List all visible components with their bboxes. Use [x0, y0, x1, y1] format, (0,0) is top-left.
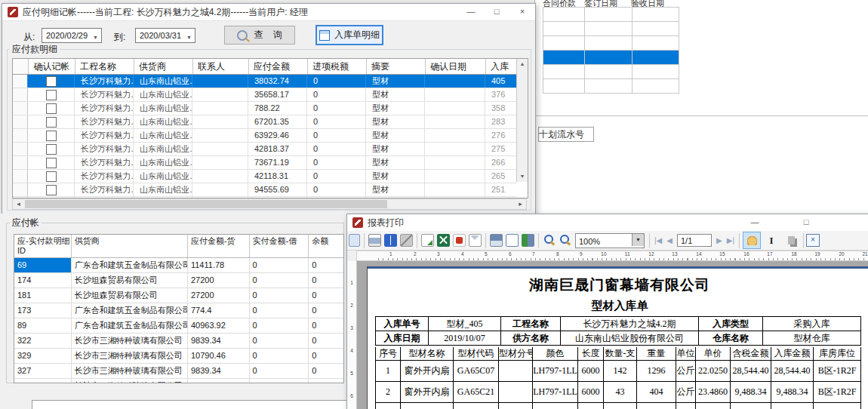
column-header[interactable]: 应-实付款明细ID	[14, 235, 72, 257]
column-header[interactable]: 应付金额	[249, 59, 308, 74]
to-date-combobox[interactable]: 2020/03/31 ▼	[135, 28, 195, 43]
titlebar[interactable]: 应付明细记帐------当前工程: 长沙万科魅力之城4.2期------当前用户…	[2, 4, 535, 21]
zoom-out-icon[interactable]	[559, 234, 571, 247]
inbound-no-cell: 283	[485, 115, 517, 128]
zoom-in-icon[interactable]	[543, 234, 556, 247]
table-row[interactable]	[543, 8, 679, 22]
confirm-checkbox[interactable]	[46, 131, 57, 141]
table-row[interactable]: 322 长沙市三湘特种玻璃有限公司 9839.34 0 0	[14, 334, 343, 349]
scrollbar-thumb[interactable]	[25, 200, 387, 208]
close-button[interactable]: ×	[509, 4, 535, 20]
table-row[interactable]: 327 长沙市三湘特种玻璃有限公司 9839.34 0 0	[14, 364, 343, 379]
confirm-checkbox[interactable]	[46, 76, 57, 87]
from-date-combobox[interactable]: 2020/02/29 ▼	[42, 28, 102, 43]
company-name: 湖南巨晟门窗幕墙有限公司	[368, 275, 868, 295]
confirm-checkbox[interactable]	[46, 90, 57, 100]
horizontal-scrollbar[interactable]: ◂ ▸	[12, 198, 527, 210]
table-row[interactable]: 长沙万科魅力… 山东南山铝业… 788.22 0 型材 358	[13, 102, 517, 115]
confirm-checkbox[interactable]	[46, 144, 57, 155]
table-row[interactable]: 长沙万科魅力… 山东南山铝业… 42818.37 0 型材 275	[13, 143, 517, 156]
confirm-checkbox[interactable]	[46, 103, 57, 114]
minimize-button[interactable]: —	[742, 214, 768, 231]
print-icon[interactable]	[368, 234, 381, 247]
prev-page-button[interactable]: ◀	[666, 236, 673, 244]
confirm-checkbox[interactable]	[46, 185, 57, 195]
table-row[interactable]: 长沙万科魅力… 山东南山铝业… 35658.17 0 型材 376	[13, 88, 517, 102]
table-row[interactable]	[543, 22, 679, 36]
scroll-left-icon[interactable]: ◂	[13, 199, 24, 209]
column-header[interactable]: 进项税额	[308, 59, 367, 74]
column-header[interactable]: 应付金额-货	[188, 235, 250, 257]
item-header-row: 序号型材名称型材代码型材分号颜色长度数量-支重量单位单价含税金额入库金额库房库位	[376, 347, 861, 361]
maximize-button[interactable]: □	[793, 214, 819, 231]
sidebar-toggle-icon[interactable]	[349, 234, 360, 247]
column-header[interactable]: 摘要	[367, 59, 426, 74]
copy-page-button[interactable]	[782, 232, 800, 249]
column-header[interactable]: 实付金额-借	[250, 235, 309, 257]
table-row[interactable]: 69 广东合和建筑五金制品有限公司 11411.78 0 0	[14, 258, 343, 273]
column-header[interactable]: 供货商	[134, 59, 193, 74]
text-select-tool-button[interactable]: I	[762, 232, 780, 249]
table-row[interactable]: 长沙万科魅力… 山东南山铝业… 63929.46 0 型材 276	[13, 129, 517, 143]
table-row[interactable]: 181 长沙坦森贸易有限公司 27200 0 0	[14, 288, 343, 303]
table-row[interactable]: 长沙万科魅力… 山东南山铝业… 3895.84 0 型材 250	[13, 197, 517, 198]
column-header[interactable]: 余额	[309, 235, 343, 257]
table-row[interactable]: 长沙万科魅力… 山东南山铝业… 42118.31 0 型材 265	[13, 170, 517, 183]
inbound-detail-button[interactable]: 入库单明细	[315, 25, 383, 45]
tools-icon[interactable]	[400, 234, 413, 247]
multi-page-view-icon[interactable]	[522, 234, 534, 247]
single-page-view-icon[interactable]	[506, 234, 519, 247]
email-icon[interactable]	[469, 234, 482, 247]
query-button[interactable]: 查 询	[224, 26, 295, 45]
export-icon[interactable]	[421, 234, 434, 247]
excel-export-icon[interactable]	[437, 234, 450, 247]
table-row[interactable]	[543, 79, 679, 94]
hand-tool-button[interactable]	[743, 232, 761, 249]
confirm-checkbox[interactable]	[46, 117, 57, 128]
close-button[interactable]: ×	[864, 214, 868, 231]
table-row[interactable]: 326 长沙市三湘特种玻璃有限公司 7193.64 0 0	[14, 379, 343, 383]
preview-area[interactable]: 123456 湖南巨晟门窗幕墙有限公司 型材入库单 入库单号 型材_405 工程…	[347, 261, 868, 409]
page-number-input[interactable]: 1/1	[677, 234, 712, 247]
horizontal-ruler: 123456789101112131415161718192021	[356, 251, 868, 261]
zoom-select[interactable]: 100% ▼	[575, 233, 645, 248]
confirm-checkbox[interactable]	[46, 158, 57, 168]
chevron-down-icon[interactable]: ▼	[632, 234, 644, 246]
titlebar[interactable]: 报表打印 — □ ×	[347, 214, 868, 232]
weight-cell: 404	[637, 382, 676, 402]
next-page-button[interactable]: ▶	[716, 236, 722, 244]
scroll-up-icon[interactable]: ▲	[517, 59, 528, 69]
table-row[interactable]: 长沙万科魅力… 山东南山铝业… 73671.19 0 型材 266	[13, 156, 517, 170]
maximize-button[interactable]: □	[484, 4, 509, 20]
vertical-scrollbar[interactable]: ▲ ▼	[516, 59, 528, 182]
last-page-button[interactable]: ▶|	[727, 236, 734, 244]
table-row-selected[interactable]	[543, 51, 679, 65]
column-header[interactable]: 确认日期	[426, 59, 486, 74]
first-page-button[interactable]: |◀	[654, 236, 662, 244]
close-preview-button[interactable]: ×	[806, 234, 820, 247]
pdf-export-icon[interactable]	[453, 234, 466, 247]
scroll-right-icon[interactable]: ▸	[515, 199, 526, 209]
column-header[interactable]: 确认记帐	[29, 59, 75, 74]
column-header[interactable]: 供货商	[72, 235, 188, 257]
supplier-cell: 山东南山铝业…	[134, 143, 192, 155]
table-row[interactable]: 173 广东合和建筑五金制品有限公司 774.4 0 0	[14, 303, 343, 318]
page-setup-icon[interactable]	[384, 234, 397, 247]
table-row[interactable]: 长沙万科魅力… 山东南山铝业… 38032.74 0 型材 405	[13, 75, 517, 88]
column-header[interactable]: 工程名称	[75, 59, 134, 74]
print-layout-icon[interactable]	[490, 234, 503, 247]
table-row[interactable]: 长沙万科魅力… 山东南山铝业… 67201.35 0 型材 283	[13, 115, 517, 129]
confirm-checkbox[interactable]	[46, 171, 57, 182]
table-row[interactable]	[543, 36, 679, 51]
scroll-down-icon[interactable]: ▼	[517, 171, 528, 182]
table-row[interactable]: 329 长沙市三湘特种玻璃有限公司 10790.46 0 0	[14, 349, 343, 364]
column-header[interactable]: 联系人	[193, 59, 249, 74]
table-row[interactable]	[543, 65, 679, 79]
table-row[interactable]: 174 长沙坦森贸易有限公司 27200 0 0	[14, 273, 343, 288]
window-title: 应付明细记帐------当前工程: 长沙万科魅力之城4.2期------当前用户…	[23, 6, 308, 19]
table-row[interactable]: 长沙万科魅力… 山东南山铝业… 94555.69 0 型材 251	[13, 183, 517, 197]
column-header[interactable]: 入库	[486, 59, 518, 74]
inbound-no-cell: 251	[485, 183, 517, 196]
table-row[interactable]: 89 广东合和建筑五金制品有限公司 40963.92 0 0	[14, 318, 343, 334]
minimize-button[interactable]: —	[458, 4, 484, 20]
